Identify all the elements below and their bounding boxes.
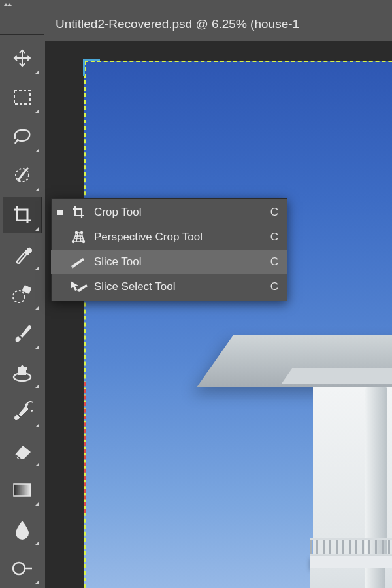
document-tab[interactable]: Untitled2-Recovered.psd @ 6.25% (house-1 (56, 14, 392, 34)
flyout-indicator-icon (35, 306, 39, 310)
image-content (310, 538, 392, 556)
svg-rect-4 (14, 91, 30, 104)
brush-tool[interactable] (3, 315, 42, 351)
image-content (365, 387, 387, 557)
flyout-item-slice-select-tool[interactable]: Slice Select Tool C (51, 274, 287, 299)
document-tab-title: Untitled2-Recovered.psd @ 6.25% (house-1 (56, 17, 299, 31)
flyout-indicator-icon (35, 109, 39, 113)
current-tool-indicator-icon (57, 210, 63, 215)
move-tool[interactable] (3, 40, 42, 76)
svg-point-19 (73, 241, 74, 243)
document-canvas[interactable] (84, 61, 392, 588)
flyout-indicator-icon (35, 580, 39, 584)
svg-line-18 (80, 233, 81, 242)
svg-marker-23 (71, 258, 84, 267)
svg-point-6 (13, 291, 25, 302)
tools-panel (0, 34, 44, 588)
flyout-indicator-icon (35, 423, 39, 427)
eraser-tool[interactable] (3, 433, 42, 469)
flyout-indicator-icon (35, 70, 39, 74)
flyout-item-label: Crop Tool (94, 206, 264, 219)
flyout-item-shortcut: C (270, 231, 278, 244)
flyout-indicator-icon (35, 463, 39, 466)
crop-icon (69, 204, 88, 220)
flyout-item-label: Slice Select Tool (94, 280, 264, 293)
svg-point-12 (13, 563, 25, 574)
image-content (281, 368, 392, 384)
svg-marker-0 (4, 3, 8, 6)
lasso-tool[interactable] (3, 118, 42, 155)
image-content (310, 556, 392, 568)
svg-marker-25 (71, 281, 78, 291)
document-canvas-area[interactable] (45, 41, 392, 588)
eyedropper-tool[interactable] (3, 236, 42, 272)
flyout-item-shortcut: C (270, 206, 278, 219)
flyout-indicator-icon (35, 502, 39, 506)
crop-corner-handle[interactable] (83, 59, 100, 76)
flyout-indicator-icon (35, 227, 39, 231)
clone-stamp-tool[interactable] (3, 354, 42, 391)
dodge-tool[interactable] (3, 550, 42, 587)
quick-selection-tool[interactable] (3, 157, 42, 194)
perspective-crop-icon (69, 229, 88, 245)
crop-tool-flyout: Crop Tool C Perspective Crop Tool C Slic… (51, 198, 287, 301)
slice-select-icon (69, 279, 88, 295)
rectangular-marquee-tool[interactable] (3, 79, 42, 116)
history-brush-tool[interactable] (3, 393, 42, 430)
flyout-indicator-icon (35, 148, 39, 152)
flyout-item-label: Perspective Crop Tool (94, 231, 264, 244)
flyout-item-slice-tool[interactable]: Slice Tool C (51, 250, 287, 274)
blur-tool[interactable] (3, 511, 42, 547)
flyout-indicator-icon (35, 541, 39, 545)
svg-rect-9 (18, 370, 26, 375)
svg-point-21 (76, 232, 78, 234)
flyout-indicator-icon (35, 266, 39, 270)
panel-collapse-handle[interactable] (0, 0, 16, 9)
image-content (365, 568, 385, 588)
svg-point-20 (83, 241, 85, 243)
svg-rect-11 (14, 484, 31, 496)
flyout-item-shortcut: C (270, 280, 278, 293)
flyout-item-perspective-crop-tool[interactable]: Perspective Crop Tool C (51, 225, 287, 250)
svg-marker-26 (77, 284, 88, 292)
svg-point-22 (81, 232, 83, 234)
spot-healing-brush-tool[interactable] (3, 275, 42, 312)
slice-icon (69, 254, 88, 270)
crop-tool[interactable] (3, 197, 42, 233)
flyout-item-shortcut: C (270, 255, 278, 269)
gradient-tool[interactable] (3, 472, 42, 508)
flyout-indicator-icon (35, 345, 39, 349)
svg-marker-1 (8, 3, 12, 6)
flyout-indicator-icon (35, 188, 39, 191)
flyout-item-crop-tool[interactable]: Crop Tool C (51, 200, 287, 225)
flyout-item-label: Slice Tool (94, 255, 264, 269)
flyout-indicator-icon (35, 384, 39, 388)
